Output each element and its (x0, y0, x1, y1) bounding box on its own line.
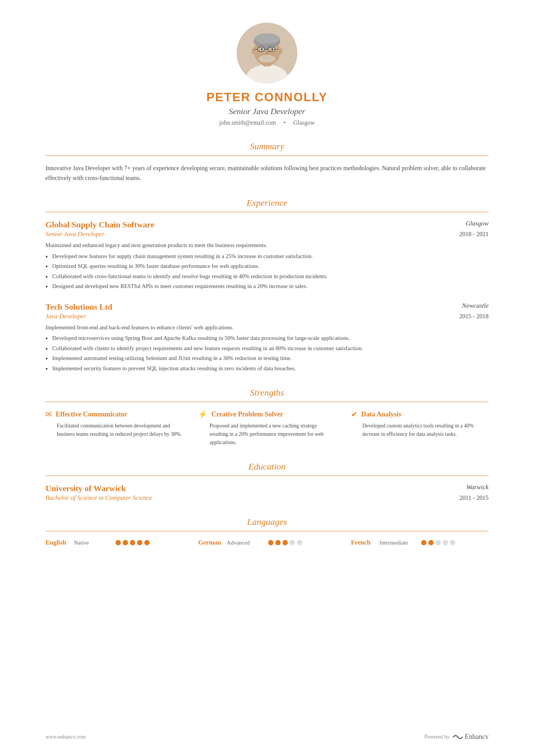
strength-title-0: Effective Communicator (56, 410, 127, 418)
experience-section: Experience Global Supply Chain Software … (45, 198, 489, 373)
location: Glasgow (293, 119, 315, 126)
dot-2-0 (421, 540, 426, 545)
job-desc-0: Maintained and enhanced legacy and next … (45, 241, 489, 250)
bullet-1-2: Implemented automated testing utilizing … (45, 354, 489, 363)
lang-name-0: English (45, 539, 70, 546)
lang-name-2: French (351, 539, 376, 546)
separator: • (284, 119, 286, 126)
dot-1-0 (268, 540, 273, 545)
strength-desc-1: Proposed and implemented a new caching s… (198, 422, 336, 446)
language-1: German Advanced (198, 539, 336, 546)
dot-1-3 (290, 540, 295, 545)
dot-2-4 (450, 540, 455, 545)
dot-2-1 (428, 540, 434, 545)
languages-divider (45, 531, 489, 531)
job-location-1: Newcastle (462, 302, 489, 310)
dot-0-4 (144, 540, 150, 545)
bullet-0-1: Optimized SQL queries resulting in 30% f… (45, 262, 489, 271)
lang-dots-1 (268, 540, 302, 545)
dot-1-2 (283, 540, 288, 545)
job-years-0: 2018 - 2021 (459, 231, 489, 238)
dot-0-1 (123, 540, 128, 545)
languages-title: Languages (45, 517, 489, 527)
bullet-1-1: Collaborated with clients to identify pr… (45, 344, 489, 353)
dot-0-2 (130, 540, 135, 545)
language-2: French Intermediate (351, 539, 489, 546)
languages-grid: English Native German Advanced (45, 539, 489, 546)
dot-1-1 (275, 540, 281, 545)
strength-title-row-0: ✉ Effective Communicator (45, 410, 183, 419)
svg-point-10 (261, 48, 263, 50)
job-header-0: Global Supply Chain Software Glasgow (45, 220, 489, 230)
svg-point-17 (265, 52, 269, 54)
edu-years-0: 2011 - 2015 (459, 495, 489, 501)
communicator-icon: ✉ (45, 410, 52, 419)
job-header-1: Tech Solutions Ltd Newcastle (45, 302, 489, 312)
dot-1-4 (297, 540, 302, 545)
avatar (237, 23, 297, 83)
avatar-wrapper (45, 23, 489, 83)
bullet-0-3: Designed and developed new RESTful APIs … (45, 282, 489, 291)
lang-level-0: Native (74, 540, 112, 546)
strength-2: ✔ Data Analysis Developed custom analyti… (351, 410, 489, 446)
person-name: PETER CONNOLLY (45, 90, 489, 104)
experience-title: Experience (45, 198, 489, 208)
job-block-1: Tech Solutions Ltd Newcastle Java Develo… (45, 302, 489, 373)
data-analysis-icon: ✔ (351, 410, 358, 419)
strengths-title: Strengths (45, 388, 489, 398)
svg-point-18 (259, 55, 275, 63)
footer-brand: Powered by Enhancv (425, 733, 489, 741)
edu-header-0: University of Warwick Warwick (45, 484, 489, 493)
job-years-1: 2015 - 2018 (459, 313, 489, 320)
edu-degree-0: Bachelor of Science in Computer Science (45, 494, 152, 502)
svg-point-6 (251, 48, 256, 55)
education-title: Education (45, 462, 489, 472)
job-role-1: Java Developer (45, 313, 86, 320)
dot-0-3 (137, 540, 142, 545)
lang-dots-0 (116, 540, 150, 545)
strength-title-row-1: ⚡ Creative Problem Solver (198, 410, 336, 419)
email: john.smith@email.com (219, 119, 276, 126)
footer: www.enhancv.com Powered by Enhancv (45, 733, 489, 741)
bullet-0-2: Collaborated with cross-functional teams… (45, 272, 489, 281)
language-0: English Native (45, 539, 183, 546)
svg-point-7 (278, 48, 283, 55)
lang-name-1: German (198, 539, 223, 546)
education-divider (45, 476, 489, 476)
edu-subheader-0: Bachelor of Science in Computer Science … (45, 494, 489, 502)
bullet-0-0: Developed new features for supply chain … (45, 252, 489, 261)
dot-2-3 (443, 540, 448, 545)
lang-dots-2 (421, 540, 455, 545)
resume-header: PETER CONNOLLY Senior Java Developer joh… (45, 23, 489, 126)
person-title: Senior Java Developer (45, 106, 489, 116)
strength-1: ⚡ Creative Problem Solver Proposed and i… (198, 410, 336, 446)
job-role-0: Senior Java Developer (45, 230, 105, 238)
bullet-1-0: Developed microservices using Spring Boo… (45, 334, 489, 343)
contact-info: john.smith@email.com • Glasgow (45, 119, 489, 126)
job-location-0: Glasgow (466, 220, 489, 227)
powered-by-label: Powered by (425, 734, 450, 740)
strength-title-2: Data Analysis (361, 410, 401, 418)
school-name-0: University of Warwick (45, 484, 126, 493)
job-subheader-0: Senior Java Developer 2018 - 2021 (45, 230, 489, 238)
enhancv-logo: Enhancv (453, 733, 489, 741)
job-bullets-1: Developed microservices using Spring Boo… (45, 334, 489, 373)
svg-point-5 (255, 33, 279, 44)
strengths-divider (45, 402, 489, 402)
strength-title-row-2: ✔ Data Analysis (351, 410, 489, 419)
education-section: Education University of Warwick Warwick … (45, 462, 489, 502)
job-desc-1: Implemented front-end and back-end featu… (45, 323, 489, 332)
bullet-1-3: Implemented security features to prevent… (45, 364, 489, 373)
company-name-0: Global Supply Chain Software (45, 220, 155, 230)
lang-level-2: Intermediate (379, 540, 417, 546)
strength-0: ✉ Effective Communicator Facilitated com… (45, 410, 183, 446)
summary-section: Summary Innovative Java Developer with 7… (45, 141, 489, 183)
job-block-0: Global Supply Chain Software Glasgow Sen… (45, 220, 489, 291)
summary-title: Summary (45, 141, 489, 152)
problem-solver-icon: ⚡ (198, 410, 208, 419)
job-subheader-1: Java Developer 2015 - 2018 (45, 313, 489, 320)
dot-2-2 (436, 540, 441, 545)
strength-title-1: Creative Problem Solver (211, 410, 283, 418)
strength-desc-2: Developed custom analytics tools resulti… (351, 422, 489, 438)
languages-section: Languages English Native German Advanced (45, 517, 489, 546)
